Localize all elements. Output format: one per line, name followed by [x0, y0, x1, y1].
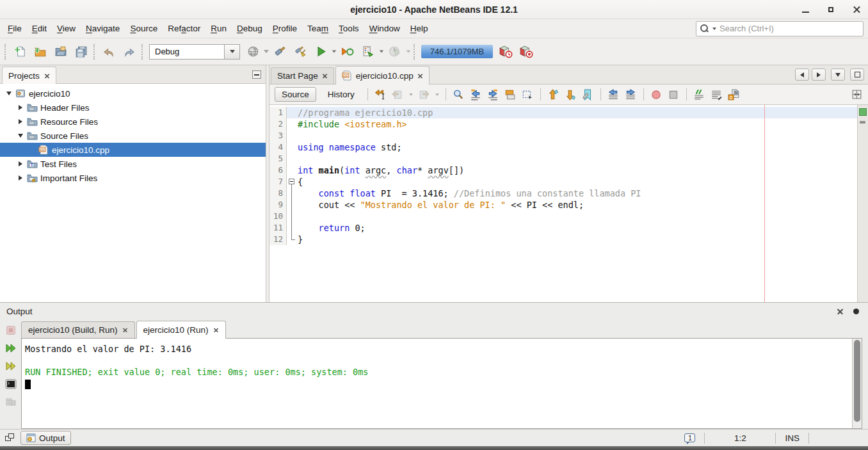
tree-item-resource-files[interactable]: Resource Files [0, 115, 266, 129]
expand-arrow-icon[interactable] [15, 175, 26, 181]
combo-dropdown-icon[interactable] [225, 44, 240, 60]
menu-item-view[interactable]: View [52, 21, 81, 36]
menu-item-source[interactable]: Source [125, 21, 163, 36]
toggle-header-source-icon[interactable]: hC [728, 88, 740, 100]
project-configuration-combo[interactable]: Debug [149, 44, 240, 60]
code-line-5[interactable]: 5 [269, 153, 857, 165]
code-line-2[interactable]: 2#include <iostream.h> [269, 118, 857, 130]
line-number[interactable]: 11 [269, 222, 287, 234]
tree-item-ejercicio10-cpp[interactable]: CCejercicio10.cpp [0, 143, 266, 157]
find-selection-icon[interactable] [453, 88, 465, 100]
new-file-button[interactable] [10, 42, 29, 61]
globe-dropdown-icon[interactable] [263, 42, 269, 61]
line-number[interactable]: 10 [269, 211, 287, 222]
clean-build-button[interactable] [291, 42, 310, 61]
maximize-output-icon[interactable] [853, 309, 859, 314]
project-configuration-value[interactable]: Debug [149, 44, 225, 60]
rectangular-selection-icon[interactable] [522, 88, 534, 100]
code-line-11[interactable]: 11 return 0; [269, 222, 857, 234]
shift-line-right-icon[interactable] [625, 88, 637, 100]
code-line-4[interactable]: 4using namespace std; [269, 141, 857, 153]
toggle-highlight-icon[interactable] [504, 88, 517, 100]
toolbar-drag-handle[interactable] [414, 44, 417, 60]
code-line-3[interactable]: 3 [269, 130, 857, 141]
menu-item-refactor[interactable]: Refactor [163, 21, 205, 36]
previous-bookmark-icon[interactable] [547, 88, 559, 100]
close-icon[interactable] [418, 73, 422, 77]
error-stripe[interactable] [857, 105, 868, 302]
menu-item-profile[interactable]: Profile [268, 21, 302, 36]
line-number[interactable]: 1 [269, 107, 287, 118]
run-project-button[interactable] [311, 42, 330, 61]
code-line-1[interactable]: 1//programa ejercicio10.cpp [269, 107, 857, 118]
redo-button[interactable] [120, 42, 139, 61]
expand-arrow-icon[interactable] [15, 161, 26, 166]
toolbar-drag-handle[interactable] [93, 44, 97, 60]
tree-item-test-files[interactable]: TTest Files [0, 157, 266, 171]
run-dropdown-icon[interactable] [331, 42, 337, 61]
build-project-button[interactable] [270, 42, 289, 61]
menu-item-window[interactable]: Window [364, 21, 405, 36]
tab-build-run[interactable]: ejercicio10 (Build, Run) [21, 321, 135, 338]
tab-run[interactable]: ejercicio10 (Run) [136, 321, 226, 339]
save-all-button[interactable] [72, 42, 91, 61]
tab-start-page[interactable]: Start Page [271, 67, 334, 84]
history-view-button[interactable]: History [321, 88, 361, 101]
toolbar-drag-handle[interactable] [141, 44, 145, 60]
line-number[interactable]: 5 [269, 153, 287, 165]
debug-project-button[interactable] [338, 42, 357, 61]
memory-indicator[interactable]: 746.1/1079MB [421, 45, 493, 58]
menu-item-edit[interactable]: Edit [27, 21, 52, 36]
tree-item-source-files[interactable]: Source Files [0, 129, 266, 143]
menu-item-run[interactable]: Run [205, 21, 232, 36]
line-number[interactable]: 4 [269, 141, 287, 153]
close-icon[interactable] [45, 73, 49, 77]
code-line-7[interactable]: 7{ [269, 176, 857, 188]
minimize-panel-icon[interactable] [252, 70, 261, 79]
next-bookmark-icon[interactable] [565, 88, 577, 100]
close-icon[interactable] [214, 328, 218, 332]
last-edit-location-icon[interactable] [374, 88, 387, 100]
menu-item-help[interactable]: Help [405, 21, 433, 36]
toggle-bookmark-icon[interactable] [582, 88, 594, 100]
line-number[interactable]: 3 [269, 130, 287, 141]
caret-stripe-mark[interactable] [860, 121, 865, 124]
line-number[interactable]: 6 [269, 165, 287, 176]
profile-dropdown-icon[interactable] [378, 42, 385, 61]
open-project-button[interactable] [51, 42, 70, 61]
search-icon[interactable] [699, 24, 711, 34]
code-line-9[interactable]: 9 cout << "Mostrando el valor de PI: " <… [269, 199, 857, 211]
search-dropdown-icon[interactable] [712, 28, 716, 30]
menu-item-tools[interactable]: Tools [334, 21, 364, 36]
rerun-icon[interactable] [4, 342, 17, 355]
maximize-icon[interactable] [826, 4, 836, 15]
code-line-12[interactable]: 12} [269, 234, 857, 245]
menu-item-navigate[interactable]: Navigate [81, 21, 125, 36]
output-window-button[interactable]: Output [20, 431, 71, 445]
expand-arrow-icon[interactable] [15, 105, 26, 110]
code-line-8[interactable]: 8 const float PI = 3.1416; //Definimos u… [269, 188, 857, 199]
undock-icon[interactable] [4, 433, 15, 443]
collapse-arrow-icon[interactable] [15, 134, 26, 138]
tree-item-ejercicio10[interactable]: ejercicio10 [0, 86, 266, 100]
scrollbar-thumb[interactable] [854, 340, 860, 422]
profile-project-button[interactable] [358, 42, 378, 61]
menu-item-debug[interactable]: Debug [232, 21, 268, 36]
new-project-button[interactable] [31, 42, 50, 61]
line-number[interactable]: 8 [269, 188, 287, 199]
profiler-snapshot-record-button[interactable] [517, 42, 536, 61]
profiler-snapshot-clock-button[interactable] [496, 42, 515, 61]
split-document-icon[interactable] [851, 88, 863, 100]
output-console[interactable]: Mostrando el valor de PI: 3.1416RUN FINI… [21, 338, 862, 429]
maximize-editor-button[interactable] [850, 68, 864, 81]
tab-ejercicio10-cpp[interactable]: CC ejercicio10.cpp [335, 66, 430, 84]
shift-line-left-icon[interactable] [607, 88, 620, 100]
close-icon[interactable] [323, 74, 327, 78]
line-number[interactable]: 12 [269, 234, 287, 245]
output-scrollbar[interactable] [852, 339, 862, 428]
comment-icon[interactable] [693, 88, 705, 100]
menu-item-file[interactable]: File [3, 21, 27, 36]
collapse-arrow-icon[interactable] [4, 92, 14, 95]
code-line-10[interactable]: 10 [269, 211, 857, 222]
find-next-icon[interactable] [487, 88, 499, 100]
